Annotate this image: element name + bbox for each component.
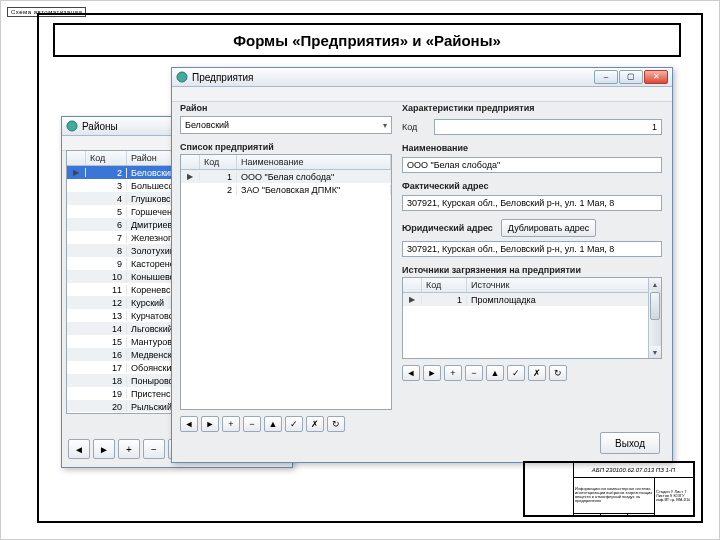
table-row[interactable]: ▶1ООО "Белая слобода" bbox=[181, 170, 391, 183]
nav-button[interactable]: ↻ bbox=[327, 416, 345, 432]
label-name: Наименование bbox=[402, 143, 662, 153]
nav-button[interactable]: ◄ bbox=[402, 365, 420, 381]
close-button[interactable]: ✕ bbox=[644, 70, 668, 84]
nav-button[interactable]: − bbox=[143, 439, 165, 459]
nav-button[interactable]: ▲ bbox=[486, 365, 504, 381]
app-icon bbox=[66, 120, 78, 132]
minimize-button[interactable]: – bbox=[594, 70, 618, 84]
page-title: Формы «Предприятия» и «Районы» bbox=[53, 23, 681, 57]
scroll-up-icon[interactable]: ▲ bbox=[649, 278, 661, 290]
table-row[interactable]: 2ЗАО "Беловская ДПМК" bbox=[181, 183, 391, 196]
label-code: Код bbox=[402, 122, 428, 132]
label-fact: Фактический адрес bbox=[402, 181, 662, 191]
nav-bar-sources: ◄►+−▲✓✗↻ bbox=[402, 365, 662, 381]
label-sources: Источники загрязнения на предприятии bbox=[402, 265, 662, 275]
window-title: Районы bbox=[82, 121, 118, 132]
col-code[interactable]: Код bbox=[86, 151, 127, 165]
enterprises-grid[interactable]: Код Наименование ▶1ООО "Белая слобода"2З… bbox=[180, 154, 392, 410]
table-row[interactable]: ▶1Промплощадка bbox=[403, 293, 661, 306]
nav-button[interactable]: + bbox=[444, 365, 462, 381]
district-value: Беловский bbox=[185, 120, 229, 130]
nav-button[interactable]: − bbox=[465, 365, 483, 381]
label-props: Характеристики предприятия bbox=[402, 103, 662, 113]
nav-button[interactable]: + bbox=[118, 439, 140, 459]
col-code[interactable]: Код bbox=[200, 155, 237, 169]
app-icon bbox=[176, 71, 188, 83]
duplicate-address-button[interactable]: Дублировать адрес bbox=[501, 219, 597, 237]
col-source[interactable]: Источник bbox=[467, 278, 661, 292]
menu-strip bbox=[172, 87, 672, 102]
window-title: Предприятия bbox=[192, 72, 253, 83]
nav-button[interactable]: + bbox=[222, 416, 240, 432]
nav-button[interactable]: ▲ bbox=[264, 416, 282, 432]
nav-button[interactable]: ► bbox=[93, 439, 115, 459]
fact-address-field[interactable]: 307921, Курская обл., Беловский р-н, ул.… bbox=[402, 195, 662, 211]
scrollbar[interactable]: ▲ ▼ bbox=[648, 278, 661, 358]
nav-bar-list: ◄►+−▲✓✗↻ bbox=[180, 416, 392, 432]
maximize-button[interactable]: ▢ bbox=[619, 70, 643, 84]
nav-button[interactable]: ► bbox=[423, 365, 441, 381]
svg-point-0 bbox=[67, 121, 77, 131]
nav-button[interactable]: ✓ bbox=[507, 365, 525, 381]
nav-button[interactable]: ↻ bbox=[549, 365, 567, 381]
nav-button[interactable]: ◄ bbox=[68, 439, 90, 459]
label-legal: Юридический адрес bbox=[402, 223, 493, 233]
nav-button[interactable]: ◄ bbox=[180, 416, 198, 432]
label-district: Район bbox=[180, 103, 392, 113]
scroll-thumb[interactable] bbox=[650, 292, 660, 320]
district-combo[interactable]: Беловский bbox=[180, 116, 392, 134]
legal-address-field[interactable]: 307921, Курская обл., Беловский р-н, ул.… bbox=[402, 241, 662, 257]
nav-button[interactable]: ✗ bbox=[528, 365, 546, 381]
scroll-down-icon[interactable]: ▼ bbox=[649, 346, 661, 358]
nav-button[interactable]: ✗ bbox=[306, 416, 324, 432]
nav-button[interactable]: ► bbox=[201, 416, 219, 432]
exit-button[interactable]: Выход bbox=[600, 432, 660, 454]
titlebar-enterprises[interactable]: Предприятия – ▢ ✕ bbox=[172, 68, 672, 87]
code-field[interactable]: 1 bbox=[434, 119, 662, 135]
drawing-stamp: АБП 230100.62.07.013 ПЗ 1-П Информационн… bbox=[523, 461, 695, 517]
col-code[interactable]: Код bbox=[422, 278, 467, 292]
nav-button[interactable]: ✓ bbox=[285, 416, 303, 432]
sources-grid[interactable]: Код Источник ▶1Промплощадка ▲ ▼ bbox=[402, 277, 662, 359]
nav-button[interactable]: − bbox=[243, 416, 261, 432]
label-list: Список предприятий bbox=[180, 142, 392, 152]
svg-point-1 bbox=[177, 72, 187, 82]
col-name[interactable]: Наименование bbox=[237, 155, 391, 169]
name-field[interactable]: ООО "Белая слобода" bbox=[402, 157, 662, 173]
window-enterprises: Предприятия – ▢ ✕ Район Беловский Список… bbox=[171, 67, 673, 463]
